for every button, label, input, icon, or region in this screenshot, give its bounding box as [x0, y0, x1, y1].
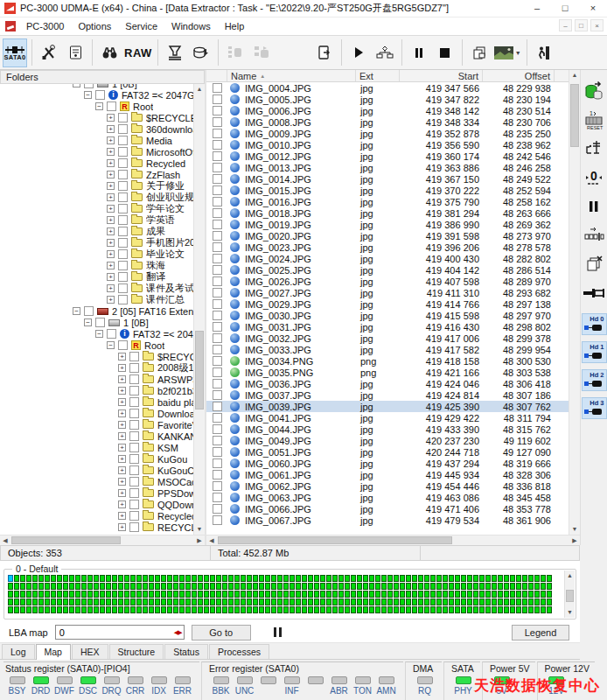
save-data-button[interactable]	[189, 38, 213, 67]
tab-log[interactable]: Log	[2, 644, 35, 659]
file-row[interactable]: IMG_0067.JPGjpg419 479 53448 361 906	[206, 514, 569, 526]
menu-service[interactable]: Service	[118, 18, 164, 35]
tree-item[interactable]: +课件及考试内容	[0, 283, 193, 294]
tree-item[interactable]: +KuGou	[0, 453, 193, 465]
file-row[interactable]: IMG_0041.JPGjpg419 429 42248 311 794	[206, 412, 569, 424]
file-row[interactable]: IMG_0012.JPGjpg419 360 17448 242 546	[206, 150, 569, 162]
file-checkbox[interactable]	[213, 390, 222, 400]
files-vertical-scrollbar[interactable]: ▲ ▼	[569, 70, 580, 535]
tree-checkbox[interactable]	[129, 488, 139, 498]
tab-processes[interactable]: Processes	[209, 644, 269, 659]
collapse-icon[interactable]: −	[73, 307, 80, 315]
file-checkbox[interactable]	[213, 481, 222, 491]
reset-drive-button[interactable]: 1RESET	[583, 109, 605, 130]
menu-help[interactable]: Help	[218, 18, 252, 35]
tree-checkbox[interactable]	[84, 84, 94, 88]
file-row[interactable]: IMG_0004.JPGjpg419 347 56648 229 938	[206, 82, 569, 94]
file-row[interactable]: IMG_0013.JPGjpg419 363 88648 246 258	[206, 162, 569, 173]
tree-checkbox[interactable]	[107, 329, 116, 339]
expand-icon[interactable]: +	[107, 114, 115, 122]
tree-item[interactable]: +手机图片2013	[0, 237, 193, 248]
file-row[interactable]: IMG_0009.JPGjpg419 352 87848 235 250	[206, 128, 569, 139]
file-row[interactable]: IMG_0033.JPGjpg419 417 58248 299 954	[206, 344, 569, 355]
file-row[interactable]: IMG_0066.JPGjpg419 471 40648 353 778	[206, 503, 569, 514]
scroll-left-icon[interactable]: ◀	[0, 536, 10, 546]
tree-checkbox[interactable]	[129, 420, 139, 430]
tree-checkbox[interactable]	[129, 500, 139, 509]
file-row[interactable]: IMG_0037.JPGjpg419 424 81448 307 186	[206, 389, 569, 401]
stop-button[interactable]	[433, 38, 457, 67]
tree-checkbox[interactable]	[118, 181, 128, 191]
tree-checkbox[interactable]	[129, 409, 139, 418]
expand-icon[interactable]: +	[118, 523, 126, 531]
file-checkbox[interactable]	[213, 231, 222, 241]
tree-checkbox[interactable]	[118, 192, 128, 202]
file-row[interactable]: IMG_0024.JPGjpg419 400 43048 282 802	[206, 253, 569, 264]
hd2-button[interactable]: Hd 2	[582, 369, 607, 391]
tree-checkbox[interactable]	[107, 102, 116, 111]
tree-checkbox[interactable]	[129, 352, 139, 361]
file-row[interactable]: IMG_0020.JPGjpg419 391 59848 273 970	[206, 230, 569, 242]
tree-item[interactable]: +$RECYCLE.BIN	[0, 351, 193, 362]
file-checkbox[interactable]	[213, 424, 222, 434]
goto-button[interactable]: Go to	[192, 625, 251, 640]
close-button[interactable]: ×	[579, 0, 607, 18]
pause-button[interactable]	[407, 38, 431, 67]
column-name[interactable]: Name▲	[227, 70, 356, 81]
filter-button[interactable]	[163, 38, 187, 67]
tree-checkbox[interactable]	[118, 340, 128, 350]
expand-icon[interactable]: +	[107, 273, 115, 281]
file-checkbox[interactable]	[213, 242, 222, 252]
tree-checkbox[interactable]	[118, 147, 128, 157]
expand-icon[interactable]: +	[107, 228, 115, 235]
mdi-minimize-button[interactable]: –	[559, 19, 572, 32]
collapse-icon[interactable]: −	[95, 330, 103, 338]
file-row[interactable]: IMG_0015.JPGjpg419 370 22248 252 594	[206, 185, 569, 196]
tree-item[interactable]: +Recycled	[0, 158, 193, 169]
maximize-button[interactable]: □	[551, 0, 579, 18]
tree-item[interactable]: +成果	[0, 226, 193, 237]
tab-hex[interactable]: HEX	[72, 644, 108, 659]
expand-icon[interactable]: +	[118, 375, 126, 383]
file-row[interactable]: IMG_0026.JPGjpg419 407 59848 289 970	[206, 276, 569, 287]
minimize-button[interactable]: –	[523, 0, 551, 18]
file-row[interactable]: IMG_0005.JPGjpg419 347 82248 230 194	[206, 94, 569, 105]
expand-icon[interactable]: +	[118, 364, 126, 372]
tree-checkbox[interactable]	[118, 204, 128, 214]
tree-item[interactable]: +ZzFlash	[0, 169, 193, 180]
tree-checkbox[interactable]	[129, 431, 139, 441]
file-checkbox[interactable]	[213, 117, 222, 127]
expand-icon[interactable]: +	[107, 182, 115, 190]
tree-item[interactable]: +Recycled	[0, 510, 193, 522]
tree-item[interactable]: −Root	[0, 101, 193, 112]
tree-item[interactable]: −Root	[0, 340, 193, 351]
tree-checkbox[interactable]	[129, 511, 139, 521]
tree-item[interactable]: +Downloads	[0, 408, 193, 419]
tree-checkbox[interactable]	[118, 136, 128, 145]
tree-checkbox[interactable]	[118, 227, 128, 236]
file-row[interactable]: IMG_0030.JPGjpg419 415 59848 297 970	[206, 310, 569, 321]
scroll-down-icon[interactable]: ▼	[569, 524, 580, 535]
tree-item[interactable]: −FAT32 =< 2047GB	[0, 328, 193, 340]
tree-item[interactable]: +QQDownload	[0, 499, 193, 510]
tree-checkbox[interactable]	[118, 272, 128, 282]
collapse-icon[interactable]: −	[95, 102, 103, 110]
expand-icon[interactable]: +	[118, 444, 126, 452]
tree-checkbox[interactable]	[118, 238, 128, 248]
scroll-left-icon[interactable]: ◀	[206, 536, 217, 546]
tree-checkbox[interactable]	[129, 466, 139, 475]
collapse-icon[interactable]: −	[107, 341, 115, 349]
file-checkbox[interactable]	[213, 458, 222, 468]
file-checkbox[interactable]	[213, 515, 222, 525]
tree-checkbox[interactable]	[118, 170, 128, 179]
map-vertical-scrollbar[interactable]: ▲ ▼	[564, 570, 575, 618]
file-row[interactable]: IMG_0014.JPGjpg419 367 15048 249 522	[206, 173, 569, 185]
recalibrate-button[interactable]: 0	[583, 167, 605, 188]
menu-options[interactable]: Options	[71, 18, 118, 35]
tree-checkbox[interactable]	[129, 397, 139, 407]
tree-item[interactable]: +关于修业	[0, 180, 193, 192]
tree-item[interactable]: +KANKAN	[0, 430, 193, 442]
tree-item[interactable]: +创业职业规划	[0, 192, 193, 203]
tree-checkbox[interactable]	[129, 363, 139, 373]
tree-item[interactable]: +MSOCache	[0, 476, 193, 487]
